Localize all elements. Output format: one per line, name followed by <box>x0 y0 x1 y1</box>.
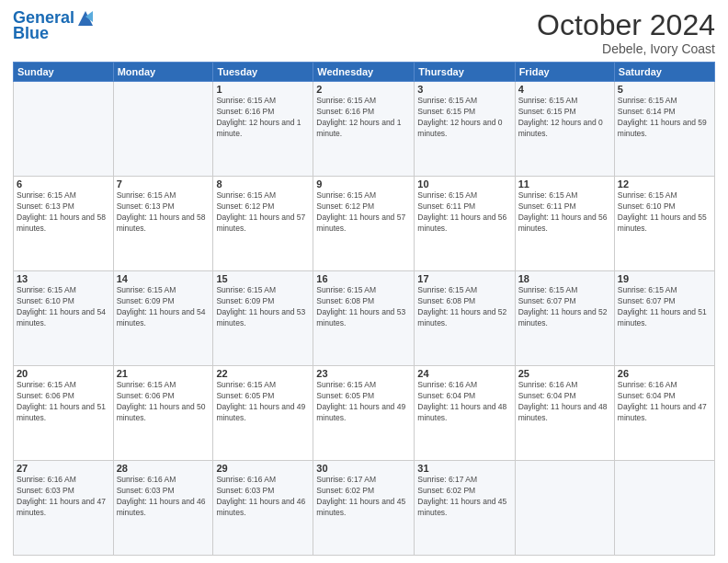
table-row <box>14 82 114 177</box>
table-row: 14 Sunrise: 6:15 AMSunset: 6:09 PMDaylig… <box>113 271 213 366</box>
day-detail: Sunrise: 6:15 AMSunset: 6:07 PMDaylight:… <box>618 285 711 329</box>
day-number: 20 <box>17 368 110 379</box>
day-detail: Sunrise: 6:16 AMSunset: 6:04 PMDaylight:… <box>417 380 511 424</box>
day-detail: Sunrise: 6:15 AMSunset: 6:15 PMDaylight:… <box>417 96 511 140</box>
table-row: 17 Sunrise: 6:15 AMSunset: 6:08 PMDaylig… <box>415 271 515 366</box>
day-detail: Sunrise: 6:16 AMSunset: 6:03 PMDaylight:… <box>17 475 110 519</box>
table-row: 29 Sunrise: 6:16 AMSunset: 6:03 PMDaylig… <box>213 461 313 556</box>
col-tuesday: Tuesday <box>213 63 313 82</box>
location: Debele, Ivory Coast <box>537 41 715 56</box>
day-detail: Sunrise: 6:15 AMSunset: 6:11 PMDaylight:… <box>417 190 511 235</box>
day-number: 2 <box>316 84 411 95</box>
day-detail: Sunrise: 6:15 AMSunset: 6:11 PMDaylight:… <box>518 190 611 235</box>
day-number: 19 <box>618 273 711 284</box>
day-number: 30 <box>316 463 411 474</box>
table-row: 10 Sunrise: 6:15 AMSunset: 6:11 PMDaylig… <box>415 177 515 271</box>
day-number: 5 <box>618 84 711 95</box>
day-number: 18 <box>518 273 611 284</box>
day-detail: Sunrise: 6:15 AMSunset: 6:08 PMDaylight:… <box>316 285 411 329</box>
table-row: 28 Sunrise: 6:16 AMSunset: 6:03 PMDaylig… <box>113 461 213 556</box>
day-number: 11 <box>518 178 611 190</box>
day-number: 31 <box>417 463 511 474</box>
day-number: 26 <box>618 368 711 379</box>
day-detail: Sunrise: 6:15 AMSunset: 6:07 PMDaylight:… <box>518 285 611 329</box>
day-detail: Sunrise: 6:17 AMSunset: 6:02 PMDaylight:… <box>417 475 511 519</box>
day-number: 4 <box>518 84 611 95</box>
calendar-table: Sunday Monday Tuesday Wednesday Thursday… <box>13 62 715 556</box>
table-row: 8 Sunrise: 6:15 AMSunset: 6:12 PMDayligh… <box>213 177 313 271</box>
table-row <box>614 461 714 556</box>
table-row: 7 Sunrise: 6:15 AMSunset: 6:13 PMDayligh… <box>113 177 213 271</box>
table-row: 5 Sunrise: 6:15 AMSunset: 6:14 PMDayligh… <box>614 82 714 177</box>
table-row: 9 Sunrise: 6:15 AMSunset: 6:12 PMDayligh… <box>313 177 415 271</box>
table-row: 6 Sunrise: 6:15 AMSunset: 6:13 PMDayligh… <box>14 177 114 271</box>
calendar-week-row: 20 Sunrise: 6:15 AMSunset: 6:06 PMDaylig… <box>14 366 715 461</box>
day-number: 8 <box>216 178 310 190</box>
day-number: 15 <box>216 273 310 284</box>
day-number: 25 <box>518 368 611 379</box>
day-number: 3 <box>417 84 511 95</box>
day-number: 17 <box>417 273 511 284</box>
day-number: 6 <box>17 178 110 190</box>
table-row: 27 Sunrise: 6:16 AMSunset: 6:03 PMDaylig… <box>14 461 114 556</box>
day-detail: Sunrise: 6:15 AMSunset: 6:12 PMDaylight:… <box>316 190 411 235</box>
table-row: 3 Sunrise: 6:15 AMSunset: 6:15 PMDayligh… <box>415 82 515 177</box>
calendar-week-row: 27 Sunrise: 6:16 AMSunset: 6:03 PMDaylig… <box>14 461 715 556</box>
title-area: October 2024 Debele, Ivory Coast <box>537 9 715 56</box>
day-detail: Sunrise: 6:15 AMSunset: 6:13 PMDaylight:… <box>17 190 110 235</box>
table-row: 23 Sunrise: 6:15 AMSunset: 6:05 PMDaylig… <box>313 366 415 461</box>
table-row: 4 Sunrise: 6:15 AMSunset: 6:15 PMDayligh… <box>515 82 614 177</box>
col-wednesday: Wednesday <box>313 63 415 82</box>
day-detail: Sunrise: 6:15 AMSunset: 6:06 PMDaylight:… <box>117 380 210 424</box>
day-detail: Sunrise: 6:15 AMSunset: 6:14 PMDaylight:… <box>618 96 711 140</box>
logo-text-blue: Blue <box>13 25 49 43</box>
table-row <box>113 82 213 177</box>
day-detail: Sunrise: 6:15 AMSunset: 6:13 PMDaylight:… <box>117 190 210 235</box>
table-row: 12 Sunrise: 6:15 AMSunset: 6:10 PMDaylig… <box>614 177 714 271</box>
calendar-week-row: 1 Sunrise: 6:15 AMSunset: 6:16 PMDayligh… <box>14 82 715 177</box>
day-detail: Sunrise: 6:15 AMSunset: 6:16 PMDaylight:… <box>216 96 310 140</box>
day-detail: Sunrise: 6:15 AMSunset: 6:09 PMDaylight:… <box>117 285 210 329</box>
table-row: 2 Sunrise: 6:15 AMSunset: 6:16 PMDayligh… <box>313 82 415 177</box>
table-row: 15 Sunrise: 6:15 AMSunset: 6:09 PMDaylig… <box>213 271 313 366</box>
day-detail: Sunrise: 6:15 AMSunset: 6:16 PMDaylight:… <box>316 96 411 140</box>
logo-icon <box>76 9 95 28</box>
day-detail: Sunrise: 6:15 AMSunset: 6:08 PMDaylight:… <box>417 285 511 329</box>
day-number: 22 <box>216 368 310 379</box>
table-row: 30 Sunrise: 6:17 AMSunset: 6:02 PMDaylig… <box>313 461 415 556</box>
day-detail: Sunrise: 6:15 AMSunset: 6:06 PMDaylight:… <box>17 380 110 424</box>
day-number: 7 <box>117 178 210 190</box>
col-saturday: Saturday <box>614 63 714 82</box>
day-detail: Sunrise: 6:16 AMSunset: 6:04 PMDaylight:… <box>618 380 711 424</box>
day-number: 28 <box>117 463 210 474</box>
day-detail: Sunrise: 6:15 AMSunset: 6:05 PMDaylight:… <box>216 380 310 424</box>
day-number: 14 <box>117 273 210 284</box>
table-row: 24 Sunrise: 6:16 AMSunset: 6:04 PMDaylig… <box>415 366 515 461</box>
table-row <box>515 461 614 556</box>
table-row: 1 Sunrise: 6:15 AMSunset: 6:16 PMDayligh… <box>213 82 313 177</box>
day-detail: Sunrise: 6:16 AMSunset: 6:03 PMDaylight:… <box>216 475 310 519</box>
table-row: 19 Sunrise: 6:15 AMSunset: 6:07 PMDaylig… <box>614 271 714 366</box>
calendar-week-row: 13 Sunrise: 6:15 AMSunset: 6:10 PMDaylig… <box>14 271 715 366</box>
table-row: 21 Sunrise: 6:15 AMSunset: 6:06 PMDaylig… <box>113 366 213 461</box>
table-row: 31 Sunrise: 6:17 AMSunset: 6:02 PMDaylig… <box>415 461 515 556</box>
table-row: 25 Sunrise: 6:16 AMSunset: 6:04 PMDaylig… <box>515 366 614 461</box>
day-detail: Sunrise: 6:15 AMSunset: 6:12 PMDaylight:… <box>216 190 310 235</box>
calendar-header-row: Sunday Monday Tuesday Wednesday Thursday… <box>14 63 715 82</box>
day-detail: Sunrise: 6:15 AMSunset: 6:05 PMDaylight:… <box>316 380 411 424</box>
day-number: 13 <box>17 273 110 284</box>
day-detail: Sunrise: 6:15 AMSunset: 6:15 PMDaylight:… <box>518 96 611 140</box>
day-detail: Sunrise: 6:15 AMSunset: 6:09 PMDaylight:… <box>216 285 310 329</box>
table-row: 22 Sunrise: 6:15 AMSunset: 6:05 PMDaylig… <box>213 366 313 461</box>
month-title: October 2024 <box>537 9 715 41</box>
day-number: 24 <box>417 368 511 379</box>
table-row: 18 Sunrise: 6:15 AMSunset: 6:07 PMDaylig… <box>515 271 614 366</box>
table-row: 11 Sunrise: 6:15 AMSunset: 6:11 PMDaylig… <box>515 177 614 271</box>
day-number: 29 <box>216 463 310 474</box>
logo-area: General Blue <box>13 9 95 43</box>
day-detail: Sunrise: 6:17 AMSunset: 6:02 PMDaylight:… <box>316 475 411 519</box>
day-detail: Sunrise: 6:16 AMSunset: 6:04 PMDaylight:… <box>518 380 611 424</box>
page: General Blue October 2024 Debele, Ivory … <box>0 0 728 563</box>
day-number: 10 <box>417 178 511 190</box>
calendar-week-row: 6 Sunrise: 6:15 AMSunset: 6:13 PMDayligh… <box>14 177 715 271</box>
